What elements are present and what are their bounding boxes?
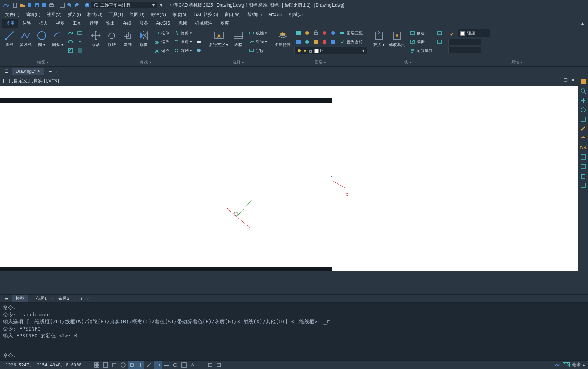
plot-preview-icon[interactable] <box>59 2 65 8</box>
btn-explode[interactable] <box>195 29 203 37</box>
layer-i5-icon[interactable] <box>329 38 337 46</box>
btn-stretch[interactable]: 拉伸 <box>152 29 171 37</box>
btn-scale[interactable]: 缩放 <box>152 38 171 46</box>
close-tab-icon[interactable]: ✕ <box>38 69 41 73</box>
ribbon-tab-annotate[interactable]: 注释 <box>19 19 35 28</box>
ribbon-tab-online[interactable]: 在线 <box>119 19 135 28</box>
status-units[interactable]: 毫米 <box>572 362 581 368</box>
sb-ann4-icon[interactable] <box>215 361 223 369</box>
btn-polyline[interactable]: 多段线 <box>18 29 33 48</box>
layout-tab-1[interactable]: 布局1 <box>32 295 50 302</box>
ribbon-minimize-icon[interactable]: ▴ <box>579 20 586 26</box>
btn-block-edit[interactable]: 编辑 <box>408 38 434 46</box>
btn-mirror[interactable]: 镜像 <box>136 29 151 48</box>
workspace-input[interactable] <box>100 3 151 8</box>
menu-view[interactable]: 视图(V) <box>44 11 64 18</box>
match-props-icon[interactable] <box>448 29 456 37</box>
rp-layers-icon[interactable] <box>579 134 587 142</box>
panel-block-title[interactable]: 块▾ <box>372 59 444 66</box>
lineweight-combo[interactable] <box>448 47 481 53</box>
menu-format[interactable]: 格式(O) <box>85 11 105 18</box>
redo-icon[interactable] <box>74 2 79 8</box>
btn-offset[interactable]: 偏移 <box>152 46 171 54</box>
btn-fillet[interactable]: 圆角 ▾ <box>172 38 193 46</box>
btn-ball[interactable] <box>195 46 203 54</box>
layer-iso-icon[interactable] <box>294 29 302 37</box>
new-icon[interactable] <box>12 2 18 8</box>
ribbon-tab-mech[interactable]: 机械 <box>175 19 191 28</box>
layer-combo[interactable]: 0 ▾ <box>294 47 367 54</box>
btn-layer-current[interactable]: 置为当前 <box>338 38 364 46</box>
doc-menu-icon[interactable]: ☰ <box>2 68 11 75</box>
sb-snap-icon[interactable] <box>102 361 110 369</box>
sb-ann3-icon[interactable] <box>206 361 214 369</box>
view-controls[interactable]: [-][自定义][真实][WCS] <box>2 78 60 84</box>
ribbon-tab-insert[interactable]: 插入 <box>36 19 52 28</box>
layer-on-icon[interactable] <box>329 29 337 37</box>
status-coords[interactable]: -1226.5247, -2154.4948, 0.0000 <box>3 362 90 368</box>
ribbon-tab-output[interactable]: 输出 <box>102 19 118 28</box>
menu-window[interactable]: 窗口(W) <box>222 11 243 18</box>
btn-rect[interactable] <box>76 29 84 37</box>
btn-array[interactable]: 阵列 ▾ <box>172 46 193 54</box>
btn-rotate[interactable]: 旋转 <box>105 29 119 48</box>
menu-draw[interactable]: 绘图(D) <box>127 11 147 18</box>
btn-leader[interactable]: 引线 ▾ <box>247 38 269 46</box>
drawing-canvas[interactable]: Z X <box>0 76 578 294</box>
new-doc-icon[interactable] <box>27 2 33 8</box>
layer-i3-icon[interactable] <box>312 38 320 46</box>
workspace-selector[interactable]: ▾ <box>91 2 157 8</box>
btn-block-create[interactable]: 创建 <box>408 29 434 37</box>
save-icon[interactable] <box>34 2 40 8</box>
layer-i4-icon[interactable] <box>320 38 328 46</box>
sb-osnap-icon[interactable] <box>128 361 136 369</box>
sb-scale-icon[interactable]: 0.0 <box>563 362 570 367</box>
saveas-icon[interactable] <box>41 2 47 8</box>
layer-i1-icon[interactable] <box>294 38 302 46</box>
btn-block-attdef[interactable]: 定义属性 <box>408 46 434 54</box>
viewport-close-icon[interactable]: ✕ <box>571 78 575 83</box>
btn-erase[interactable] <box>195 38 203 46</box>
btn-hatch[interactable] <box>66 46 74 54</box>
btn-point[interactable] <box>76 38 84 46</box>
layer-lock-icon[interactable] <box>312 29 320 37</box>
menu-tools[interactable]: 工具(T) <box>106 11 126 18</box>
rp-props-icon[interactable] <box>579 181 587 189</box>
workspace-menu-icon[interactable]: ▾ <box>158 2 164 8</box>
rp-nav-icon[interactable] <box>579 96 587 104</box>
menu-sxf[interactable]: SXF 转换(S) <box>191 11 221 18</box>
menu-mech[interactable]: 机械(J) <box>286 11 306 18</box>
panel-layer-title[interactable]: 图层▾ <box>273 59 367 66</box>
block-extra2-icon[interactable] <box>436 38 444 46</box>
btn-arc[interactable]: 圆弧 ▾ <box>50 29 65 48</box>
btn-spline[interactable] <box>66 29 74 37</box>
sb-ortho-icon[interactable] <box>110 361 118 369</box>
menu-help[interactable]: 帮助(H) <box>244 11 265 18</box>
layer-off-icon[interactable] <box>320 29 328 37</box>
btn-line[interactable]: 直线 <box>2 29 17 48</box>
layout-tab-2[interactable]: 布局2 <box>54 295 73 302</box>
btn-table[interactable]: 表格 <box>231 29 246 48</box>
menu-dim[interactable]: 标注(N) <box>148 11 169 18</box>
sb-ducs-icon[interactable] <box>145 361 153 369</box>
menu-insert[interactable]: 插入(I) <box>65 11 83 18</box>
rp-trash-icon[interactable] <box>579 172 587 180</box>
ribbon-tab-tools[interactable]: 工具 <box>69 19 85 28</box>
panel-properties-title[interactable]: 属性▾ <box>448 59 585 66</box>
ribbon-tab-manage[interactable]: 管理 <box>86 19 102 28</box>
rp-palette-icon[interactable] <box>579 78 587 86</box>
sb-ann2-icon[interactable] <box>197 361 205 369</box>
ribbon-tab-mechdim[interactable]: 机械标注 <box>191 19 216 28</box>
viewport-restore-icon[interactable]: ❐ <box>564 78 568 83</box>
panel-modify-title[interactable]: 修改▾ <box>89 59 203 66</box>
btn-mtext[interactable]: A多行文字 ▾ <box>208 29 230 48</box>
ribbon-tab-home[interactable]: 常用 <box>2 19 18 28</box>
sb-cycle-icon[interactable] <box>171 361 179 369</box>
menu-file[interactable]: 文件(F) <box>2 11 22 18</box>
rp-sheet-icon[interactable] <box>579 153 587 161</box>
ribbon-tab-service[interactable]: 服务 <box>136 19 152 28</box>
rp-search-icon[interactable] <box>579 87 587 95</box>
btn-ellipse[interactable] <box>66 38 74 46</box>
undo-icon[interactable] <box>66 2 72 8</box>
doc-tab-drawing1[interactable]: Drawing1* ✕ <box>12 68 44 75</box>
